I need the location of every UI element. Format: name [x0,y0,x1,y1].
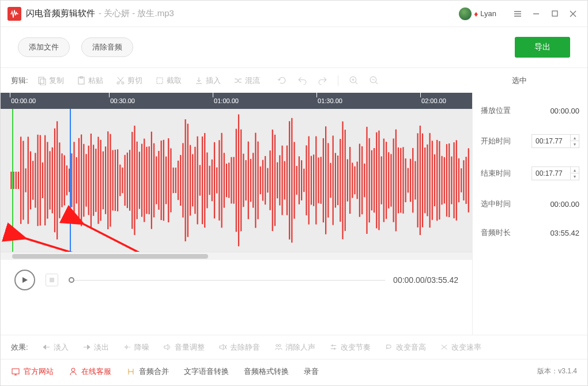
tempo-button[interactable]: 改变节奏 [329,342,371,353]
timeline-ruler[interactable]: 00:00.0000:30.0001:00.0001:30.0002:00.00 [1,93,472,109]
selection-start-marker[interactable] [12,109,13,252]
remove-vocal-button[interactable]: 消除人声 [274,342,315,353]
waveform[interactable] [1,109,472,252]
version-label: 版本：v3.1.4 [537,366,577,376]
minimize-button[interactable] [529,6,544,21]
progress-track[interactable] [74,280,385,281]
undo-icon[interactable] [297,75,307,85]
add-file-button[interactable]: 添加文件 [18,37,70,57]
gem-icon: ♦ [474,9,478,18]
start-down[interactable]: ▼ [571,141,579,147]
svg-rect-7 [157,78,163,84]
wave-area: 00:00.0000:30.0001:00.0001:30.0002:00.00 [1,93,472,335]
stop-button[interactable] [46,274,58,286]
playhead-cursor[interactable] [70,109,71,252]
start-time-input[interactable] [532,135,570,147]
right-panel: 播放位置 00:00.00 开始时间 ▲▼ 结束时间 ▲▼ 选中时间 00:00… [472,93,587,335]
right-panel-header: 选中 [462,75,577,86]
file-title: - 关心妍 - 放生.mp3 [99,8,174,19]
fade-in-button[interactable]: 淡入 [42,342,69,353]
app-title: 闪电音频剪辑软件 [26,8,95,19]
fade-out-button[interactable]: 淡出 [82,342,109,353]
insert-button[interactable]: 插入 [194,75,221,86]
time-display: 00:00.00/03:55.42 [393,275,458,285]
svg-rect-1 [39,77,44,84]
cut-button[interactable]: 剪切 [116,75,142,86]
duration-label: 音频时长 [481,228,511,238]
volume-button[interactable]: 音量调整 [163,342,205,353]
zoom-in-icon[interactable] [349,75,359,85]
record-button[interactable]: 录音 [304,366,319,377]
pitch-button[interactable]: 改变音高 [385,342,426,353]
app-icon [7,7,21,21]
format-convert-button[interactable]: 音频格式转换 [244,366,289,377]
effects-label: 效果: [11,342,28,353]
end-time-label: 结束时间 [481,168,511,179]
start-time-label: 开始时间 [481,136,511,146]
svg-point-5 [117,82,119,84]
end-time-input[interactable] [532,167,570,180]
speed-button[interactable]: 改变速率 [440,342,481,353]
refresh-icon[interactable] [277,75,287,85]
end-up[interactable]: ▲ [571,167,579,173]
username: Lyan [480,9,496,18]
export-button[interactable]: 导出 [515,37,570,58]
paste-button[interactable]: 粘贴 [77,75,103,86]
play-button[interactable] [14,270,35,290]
svg-point-205 [71,368,75,372]
effects-bar: 效果: 淡入 淡出 降噪 音量调整 去除静音 消除人声 改变节奏 改变音高 改变… [1,335,587,359]
official-site-button[interactable]: 官方网站 [11,366,54,377]
mix-button[interactable]: 混流 [233,75,260,86]
close-button[interactable] [566,6,581,21]
play-pos-label: 播放位置 [481,105,511,116]
menu-button[interactable] [510,6,525,21]
edit-toolbar: 剪辑: 复制 粘贴 剪切 截取 插入 混流 选中 [1,67,587,93]
svg-point-202 [276,345,278,347]
remove-silence-button[interactable]: 去除静音 [218,342,260,353]
clear-audio-button[interactable]: 清除音频 [81,37,133,57]
support-button[interactable]: 在线客服 [69,366,111,377]
edit-label: 剪辑: [11,75,28,86]
main-area: 00:00.0000:30.0001:00.0001:30.0002:00.00 [1,93,587,335]
sel-time-label: 选中时间 [481,199,511,209]
svg-rect-2 [40,79,46,85]
svg-rect-204 [12,369,19,374]
horizontal-scrollbar[interactable] [1,252,472,260]
tts-button[interactable]: 文字语音转换 [184,366,229,377]
scrollbar-thumb[interactable] [12,254,208,259]
zoom-out-icon[interactable] [369,75,379,85]
top-row: 添加文件 清除音频 导出 [1,27,587,67]
crop-button[interactable]: 截取 [155,75,182,86]
svg-point-6 [122,82,124,84]
end-down[interactable]: ▼ [571,173,579,180]
svg-point-203 [278,345,281,347]
play-pos-value: 00:00.00 [550,107,579,115]
copy-button[interactable]: 复制 [37,75,64,86]
denoise-button[interactable]: 降噪 [123,342,149,353]
start-up[interactable]: ▲ [571,135,579,141]
duration-value: 03:55.42 [550,229,579,237]
svg-rect-0 [552,11,557,16]
titlebar: 闪电音频剪辑软件 - 关心妍 - 放生.mp3 ♦ Lyan [1,1,587,27]
sel-time-value: 00:00.00 [550,200,579,209]
playback-controls: 00:00.00/03:55.42 [1,260,472,300]
progress-handle[interactable] [69,277,74,283]
bottom-bar: 官方网站 在线客服 音频合并 文字语音转换 音频格式转换 录音 版本：v3.1.… [1,359,587,383]
redo-icon[interactable] [318,75,327,85]
avatar[interactable] [459,7,472,20]
merge-button[interactable]: 音频合并 [126,366,169,377]
maximize-button[interactable] [547,6,562,21]
